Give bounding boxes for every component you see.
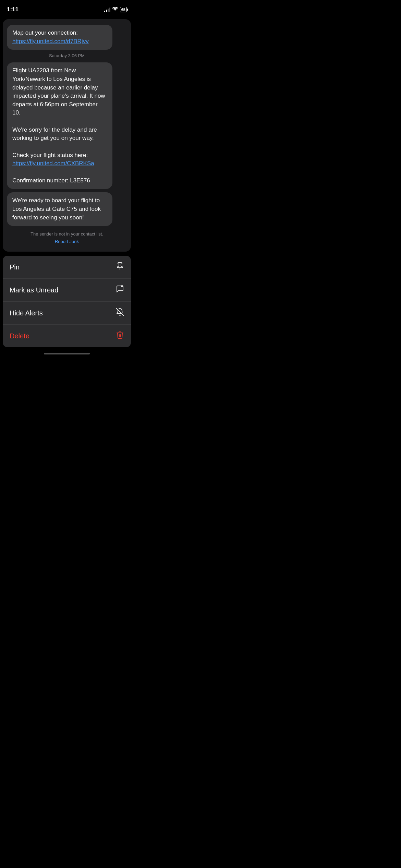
menu-item-pin[interactable]: Pin <box>3 256 131 279</box>
menu-item-delete[interactable]: Delete <box>3 325 131 347</box>
flight-status-link[interactable]: https://fly.united.com/CXBRKSa <box>12 160 94 167</box>
sender-notice-text: The sender is not in your contact list. <box>31 231 103 237</box>
chat-area: Map out your connection: https://fly.uni… <box>3 19 131 252</box>
message-3-text: We're ready to board your flight to Los … <box>12 197 101 220</box>
home-indicator <box>44 353 90 354</box>
status-bar: 1:11 65 <box>0 0 134 17</box>
svg-point-1 <box>121 285 123 287</box>
menu-item-hide-alerts[interactable]: Hide Alerts <box>3 302 131 325</box>
pin-icon <box>116 262 124 272</box>
menu-pin-label: Pin <box>10 263 20 271</box>
timestamp-saturday: Saturday 3:06 PM <box>7 53 127 58</box>
wifi-icon <box>112 7 118 12</box>
battery-level: 65 <box>121 8 125 12</box>
connection-link[interactable]: https://fly.united.com/d7BRjvv <box>12 38 89 45</box>
message-bubble-1: Map out your connection: https://fly.uni… <box>7 25 112 50</box>
report-junk-link[interactable]: Report Junk <box>7 238 127 245</box>
status-time: 1:11 <box>7 6 19 13</box>
sender-notice: The sender is not in your contact list. … <box>7 231 127 245</box>
menu-mark-unread-label: Mark as Unread <box>10 286 58 294</box>
mark-unread-icon <box>116 285 124 295</box>
menu-delete-label: Delete <box>10 332 29 340</box>
context-menu: Pin Mark as Unread Hide Alerts <box>3 256 131 347</box>
hide-alerts-icon <box>116 308 124 318</box>
menu-item-mark-unread[interactable]: Mark as Unread <box>3 279 131 302</box>
delete-icon <box>116 331 124 341</box>
signal-icon <box>104 7 110 12</box>
battery-icon: 65 <box>120 7 127 12</box>
status-icons: 65 <box>104 7 127 12</box>
menu-hide-alerts-label: Hide Alerts <box>10 309 43 317</box>
message-bubble-3: We're ready to board your flight to Los … <box>7 192 112 226</box>
message-bubble-2: Flight UA2203 from New York/Newark to Lo… <box>7 62 112 189</box>
svg-line-2 <box>116 308 124 316</box>
